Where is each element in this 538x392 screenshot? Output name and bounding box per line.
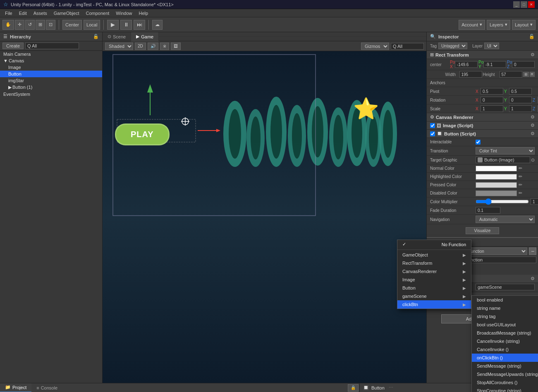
reset-size-btn[interactable]: R bbox=[530, 72, 535, 77]
tab-game[interactable]: ▶ Game bbox=[131, 32, 159, 41]
fade-duration-input[interactable] bbox=[476, 207, 500, 214]
ctx-gamescene[interactable]: gameScene ▶ bbox=[397, 292, 471, 300]
rect-tool[interactable]: ⊡ bbox=[46, 20, 55, 30]
tree-item-eventsystem[interactable]: EventSystem bbox=[0, 91, 102, 97]
canvas-renderer-header[interactable]: ⚙ Canvas Renderer ⚙ bbox=[427, 113, 538, 121]
tab-scene[interactable]: ⊙ Scene bbox=[103, 32, 131, 41]
sub-cancel-invoke-str[interactable]: CancelInvoke (string) bbox=[472, 337, 538, 345]
ctx-image[interactable]: Image ▶ bbox=[397, 276, 471, 284]
scale-tool[interactable]: ⊞ bbox=[36, 20, 45, 30]
ctx-button[interactable]: Button ▶ bbox=[397, 284, 471, 292]
2d-toggle[interactable]: 2D bbox=[135, 43, 146, 50]
canvas-renderer-settings-icon[interactable]: ⚙ bbox=[531, 114, 535, 120]
sub-stop-coroutine[interactable]: StopCoroutine (string) bbox=[472, 387, 538, 392]
sub-send-msg[interactable]: SendMessage (string) bbox=[472, 362, 538, 370]
scene-filter-input[interactable] bbox=[391, 43, 424, 50]
pause-btn[interactable]: ⏸ bbox=[120, 20, 132, 30]
rotate-tool[interactable]: ↺ bbox=[25, 20, 35, 30]
image-script-settings-icon[interactable]: ⚙ bbox=[531, 123, 535, 128]
image-script-checkbox[interactable] bbox=[430, 123, 435, 128]
interactable-checkbox[interactable] bbox=[476, 140, 481, 145]
target-graphic-pick-icon[interactable]: ⊙ bbox=[531, 157, 535, 163]
menu-assets[interactable]: Assets bbox=[30, 10, 50, 17]
button-script-checkbox[interactable] bbox=[430, 131, 435, 136]
roty-input[interactable] bbox=[509, 97, 532, 103]
sub-stop-all-coroutines[interactable]: StopAllCoroutines () bbox=[472, 378, 538, 387]
onclick-function-ref[interactable]: Function bbox=[463, 257, 536, 263]
ctx-gameobject[interactable]: GameObject ▶ bbox=[397, 251, 471, 259]
tree-item-button1[interactable]: ▶Button (1) bbox=[0, 84, 102, 91]
inspector-lock-btn[interactable]: 🔓 bbox=[529, 34, 535, 39]
fx-btn[interactable]: ※ bbox=[160, 43, 169, 50]
menu-help[interactable]: Help bbox=[135, 10, 151, 17]
rect-transform-header[interactable]: ⊞ Rect Transform ⚙ bbox=[427, 51, 538, 59]
hierarchy-create-btn[interactable]: Create bbox=[2, 43, 24, 49]
cloud-btn[interactable]: ☁ bbox=[152, 20, 163, 30]
layer-select[interactable]: UI bbox=[484, 43, 499, 49]
menu-file[interactable]: File bbox=[2, 10, 16, 17]
width-input[interactable] bbox=[459, 71, 482, 78]
close-btn[interactable]: ✕ bbox=[528, 1, 535, 8]
layout-dropdown[interactable]: Layout ▾ bbox=[512, 20, 536, 30]
menu-component[interactable]: Component bbox=[82, 10, 112, 17]
pressed-color-pencil-icon[interactable]: ✏ bbox=[519, 182, 522, 188]
lock-size-btn[interactable]: ⊞ bbox=[523, 72, 529, 77]
visualize-btn[interactable]: Visualize bbox=[466, 227, 500, 234]
pivoty-input[interactable] bbox=[509, 88, 532, 95]
target-graphic-ref[interactable]: Button (Image) bbox=[476, 157, 530, 163]
pressed-color-box[interactable] bbox=[476, 182, 517, 188]
sub-cancel-invoke[interactable]: CancelInvoke () bbox=[472, 345, 538, 354]
posx-input[interactable] bbox=[455, 61, 478, 68]
disabled-color-pencil-icon[interactable]: ✏ bbox=[519, 190, 522, 196]
posz-input[interactable] bbox=[512, 61, 535, 68]
scene-img-btn[interactable]: 🖼 bbox=[171, 43, 181, 50]
tab-project[interactable]: 📁 Project bbox=[0, 383, 31, 392]
tree-item-canvas[interactable]: ▼Canvas bbox=[0, 57, 102, 64]
shading-mode-select[interactable]: Shaded bbox=[105, 43, 133, 50]
game-scene-script-ref[interactable]: gameScene bbox=[476, 284, 535, 290]
menu-gameobject[interactable]: GameObject bbox=[50, 10, 83, 17]
sub-bool-guilayout[interactable]: bool useGUILayout bbox=[472, 321, 538, 329]
play-btn[interactable]: ▶ bbox=[107, 20, 119, 30]
audio-btn[interactable]: 🔊 bbox=[148, 43, 158, 50]
step-btn[interactable]: ⏭ bbox=[134, 20, 145, 30]
color-multiplier-input[interactable] bbox=[531, 198, 538, 205]
move-tool[interactable]: ✛ bbox=[15, 20, 24, 30]
sub-send-msg-up[interactable]: SendMessageUpwards (string) bbox=[472, 370, 538, 378]
rect-transform-settings-icon[interactable]: ⚙ bbox=[531, 52, 535, 57]
tree-item-image[interactable]: Image bbox=[0, 64, 102, 71]
ctx-canvasrenderer[interactable]: CanvasRenderer ▶ bbox=[397, 267, 471, 276]
menu-window[interactable]: Window bbox=[112, 10, 135, 17]
tag-select[interactable]: Untagged bbox=[438, 43, 467, 49]
ctx-recttransform[interactable]: RectTransform ▶ bbox=[397, 259, 471, 267]
scaley-input[interactable] bbox=[509, 105, 532, 112]
center-button[interactable]: Center bbox=[62, 20, 82, 30]
gizmos-select[interactable]: Gizmos bbox=[361, 43, 389, 50]
highlighted-color-pencil-icon[interactable]: ✏ bbox=[519, 174, 522, 179]
button-script-settings-icon[interactable]: ⚙ bbox=[531, 131, 535, 136]
tab-console[interactable]: ≡ Console bbox=[31, 383, 62, 392]
ctx-no-function[interactable]: ✓ No Function bbox=[397, 240, 471, 249]
scalex-input[interactable] bbox=[481, 105, 503, 112]
button-script-header[interactable]: 🔲 Button (Script) ⚙ bbox=[427, 130, 538, 138]
sub-string-name[interactable]: string name bbox=[472, 304, 538, 312]
menu-edit[interactable]: Edit bbox=[16, 10, 30, 17]
highlighted-color-box[interactable] bbox=[476, 174, 517, 180]
normal-color-pencil-icon[interactable]: ✏ bbox=[519, 166, 522, 171]
transition-select[interactable]: Color Tint bbox=[476, 147, 535, 154]
posy-input[interactable] bbox=[483, 61, 506, 68]
height-input[interactable] bbox=[500, 71, 522, 78]
onclick-minus-btn[interactable]: − bbox=[529, 247, 536, 255]
color-multiplier-slider[interactable] bbox=[476, 198, 529, 205]
hierarchy-search-input[interactable] bbox=[25, 43, 79, 49]
local-button[interactable]: Local bbox=[84, 20, 100, 30]
hierarchy-lock-btn[interactable]: 🔓 bbox=[93, 34, 99, 39]
tree-item-imgstar[interactable]: imgStar bbox=[0, 77, 102, 84]
sub-string-tag[interactable]: string tag bbox=[472, 312, 538, 321]
minimize-btn[interactable]: _ bbox=[513, 1, 520, 8]
image-script-header[interactable]: 🖼 Image (Script) ⚙ bbox=[427, 121, 538, 130]
sub-bool-enabled[interactable]: bool enabled bbox=[472, 296, 538, 304]
game-scene-settings-icon[interactable]: ⚙ bbox=[531, 276, 535, 281]
navigation-select[interactable]: Automatic bbox=[476, 216, 535, 223]
tree-item-button[interactable]: Button bbox=[0, 71, 102, 77]
